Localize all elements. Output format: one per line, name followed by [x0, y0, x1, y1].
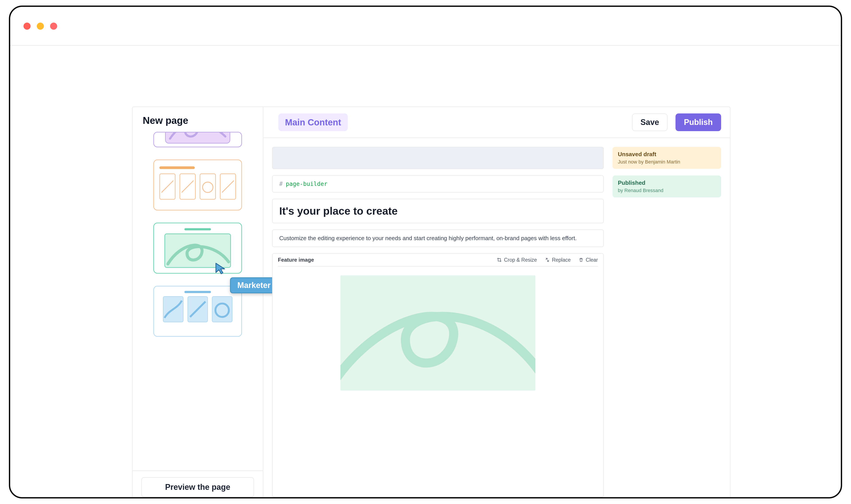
preview-button[interactable]: Preview the page — [141, 477, 254, 497]
title-field[interactable]: It's your place to create — [272, 199, 604, 223]
thumb-card-item — [188, 296, 208, 322]
section-thumb-cards[interactable] — [153, 286, 242, 337]
clear-label: Clear — [586, 257, 598, 263]
squiggle-icon — [165, 234, 230, 267]
thumb-cards-row — [154, 296, 241, 322]
status-rail: Unsaved draft Just now by Benjamin Marti… — [613, 147, 721, 497]
thumb-card-item — [163, 296, 183, 322]
slug-value: page-builder — [286, 181, 327, 187]
feature-image-preview[interactable] — [278, 266, 598, 497]
description-field[interactable]: Customize the editing experience to your… — [272, 230, 604, 247]
close-icon[interactable] — [23, 23, 31, 30]
description-value: Customize the editing experience to your… — [279, 235, 577, 241]
thumb-hero-preview — [165, 132, 230, 144]
publish-button[interactable]: Publish — [675, 113, 721, 131]
main-header: Main Content Save Publish — [263, 107, 730, 138]
thumb-feature-image — [164, 234, 231, 268]
main-pane: Main Content Save Publish — [263, 107, 730, 497]
crop-resize-button[interactable]: Crop & Resize — [497, 257, 537, 263]
clear-button[interactable]: Clear — [579, 257, 598, 263]
editor-placeholder-block[interactable] — [272, 147, 604, 169]
section-thumb-feature[interactable] — [153, 223, 242, 274]
window-controls — [23, 23, 57, 30]
thumb-gallery-item — [159, 174, 176, 200]
published-status-card[interactable]: Published by Renaud Bressand — [613, 176, 721, 197]
thumb-gallery-item — [200, 174, 216, 200]
published-status-title: Published — [618, 179, 716, 186]
replace-button[interactable]: Replace — [545, 257, 571, 263]
section-thumbnails: Marketer — [132, 130, 263, 471]
thumb-card-item — [212, 296, 232, 322]
sidebar-title: New page — [132, 107, 263, 130]
save-button[interactable]: Save — [632, 113, 668, 131]
page-builder-app: New page — [132, 107, 730, 497]
save-button-label: Save — [640, 118, 659, 127]
svg-point-0 — [202, 182, 213, 193]
squiggle-icon — [340, 275, 535, 391]
replace-icon — [545, 257, 550, 262]
feature-image-actions: Crop & Resize Replace Clea — [497, 257, 598, 263]
tab-main-content[interactable]: Main Content — [278, 113, 348, 131]
thumb-gallery-row — [154, 174, 241, 200]
thumb-gallery-item — [220, 174, 236, 200]
draft-status-card[interactable]: Unsaved draft Just now by Benjamin Marti… — [613, 147, 721, 169]
draft-status-subtitle: Just now by Benjamin Martin — [618, 159, 716, 165]
tab-label: Main Content — [285, 118, 341, 127]
thumb-title-bar — [159, 166, 195, 169]
section-thumb-hero[interactable] — [153, 132, 242, 147]
preview-button-label: Preview the page — [165, 483, 230, 492]
published-status-subtitle: by Renaud Bressand — [618, 188, 716, 193]
crop-resize-label: Crop & Resize — [504, 257, 537, 263]
replace-label: Replace — [552, 257, 571, 263]
maximize-icon[interactable] — [50, 23, 57, 30]
svg-point-1 — [215, 304, 229, 317]
title-value: It's your place to create — [279, 205, 397, 217]
window-titlebar — [10, 7, 841, 46]
slug-prefix: # — [279, 181, 283, 187]
publish-button-label: Publish — [684, 118, 713, 127]
thumb-gallery-item — [179, 174, 196, 200]
browser-window: New page — [9, 5, 842, 499]
section-thumb-gallery[interactable] — [153, 160, 242, 211]
squiggle-icon — [166, 132, 230, 143]
thumb-title-bar — [184, 228, 211, 230]
slug-field[interactable]: # page-builder — [272, 175, 604, 193]
editor-column: # page-builder It's your place to create… — [272, 147, 604, 497]
feature-image-field: Feature image Crop & Resize — [272, 253, 604, 497]
minimize-icon[interactable] — [37, 23, 44, 30]
thumb-title-bar — [184, 291, 211, 293]
trash-icon — [579, 257, 584, 262]
sidebar: New page — [132, 107, 263, 497]
feature-image-label: Feature image — [278, 257, 314, 263]
draft-status-title: Unsaved draft — [618, 151, 716, 158]
crop-icon — [497, 257, 502, 262]
